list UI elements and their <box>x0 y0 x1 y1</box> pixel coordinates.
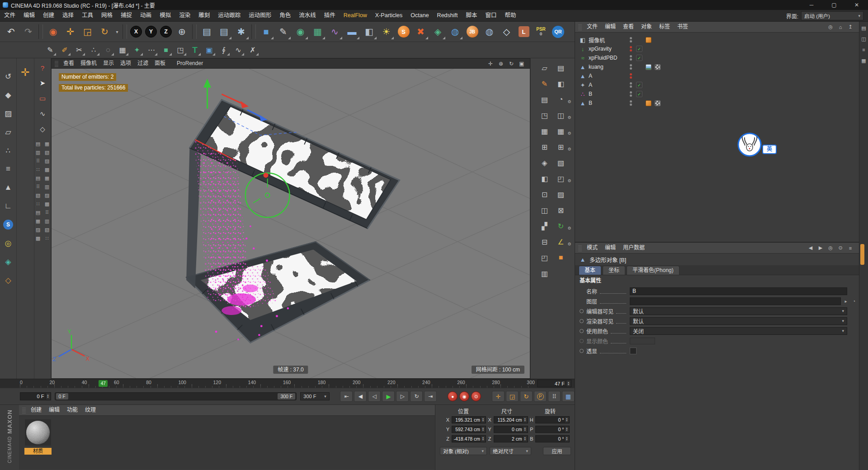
scale-tool-icon[interactable]: ◲ <box>79 23 96 40</box>
rectangle-select-icon[interactable]: ▭ <box>37 93 48 104</box>
goto-end-button[interactable]: ⇥ <box>424 391 437 402</box>
dock-half-icon[interactable]: ◧ <box>539 173 551 184</box>
layer-browse-icon[interactable]: ▸ <box>843 299 849 304</box>
range-start-handle[interactable]: 0 F <box>56 393 68 400</box>
mesh-tool-icon[interactable]: ⠿ <box>35 158 42 164</box>
menu-item[interactable]: 选择 <box>58 10 78 21</box>
enable-toggle[interactable]: ✓ <box>636 46 642 52</box>
attribute-menu-item[interactable]: 用户数据 <box>619 243 648 253</box>
generator-icon[interactable]: ▦ <box>309 23 326 40</box>
mesh-tool-icon[interactable]: ▧ <box>44 149 51 156</box>
mesh-tool-icon[interactable]: ▤ <box>35 209 42 216</box>
workplane-mode-icon[interactable]: ▱ <box>2 126 14 138</box>
dock-minus-icon[interactable]: ⊟ <box>539 236 551 248</box>
dock-diamond-icon[interactable]: ◈ <box>539 157 551 169</box>
mesh-tool-icon[interactable]: ▦ <box>44 141 51 147</box>
mesh-tool-icon[interactable]: ▨ <box>44 158 51 164</box>
menu-item[interactable]: RealFlow <box>340 10 371 21</box>
animation-dot[interactable] <box>580 309 584 313</box>
strip-grid-icon[interactable]: ▦ <box>860 57 868 64</box>
sculpt-brush-icon[interactable]: ✐ <box>58 43 71 56</box>
dock-corner-icon[interactable]: ◳ <box>539 109 551 121</box>
panel-grip[interactable] <box>55 61 58 67</box>
gear-icon[interactable]: ⚙ <box>567 179 571 183</box>
move-tool-icon[interactable]: ✛ <box>62 23 79 40</box>
deformer-icon[interactable]: ∿ <box>326 23 343 40</box>
menu-item[interactable]: 动画 <box>136 10 156 21</box>
octane-icon[interactable]: ◇ <box>498 23 515 40</box>
object-tag[interactable] <box>655 64 660 70</box>
object-name[interactable]: B <box>589 100 627 106</box>
name-field[interactable] <box>630 287 847 295</box>
rotation-field[interactable]: 0 °▲▼ <box>535 416 570 423</box>
previous-key-button[interactable]: ◀ <box>354 391 367 402</box>
mesh-tool-icon[interactable]: ▨ <box>44 192 51 199</box>
menu-item[interactable]: 渲染 <box>175 10 194 21</box>
interface-dropdown[interactable]: 启动 (用户)▾ <box>801 11 863 20</box>
visibility-dots[interactable] <box>628 64 633 70</box>
size-field[interactable]: 115.204 cm▲▼ <box>494 416 528 423</box>
render-picture-viewer-icon[interactable]: ▤ <box>216 23 232 40</box>
object-row[interactable]: ◧ 摄像机 <box>579 35 859 44</box>
mesh-tool-icon[interactable]: ∷ <box>35 166 42 173</box>
visibility-dots[interactable] <box>628 73 633 79</box>
size-field[interactable]: 2 cm▲▼ <box>494 435 528 442</box>
text-tool-icon[interactable]: T <box>188 43 202 56</box>
toolbar-separator[interactable] <box>192 24 197 39</box>
menu-item[interactable]: 网格 <box>97 10 117 21</box>
om-search-icon[interactable]: ◎ <box>826 24 835 31</box>
position-field[interactable]: 195.321 cm▲▼ <box>452 416 486 423</box>
material-menu-item[interactable]: 创建 <box>27 405 45 415</box>
layer-panel-tab[interactable] <box>860 244 864 265</box>
frame-range-slider[interactable]: 0 F 300 F <box>55 392 297 400</box>
toggle-view-icon[interactable]: ▣ <box>517 60 526 68</box>
add-cube-icon[interactable]: ■ <box>258 23 274 40</box>
mesh-tool-icon[interactable]: ▦ <box>35 218 42 225</box>
object-manager-menu-item[interactable]: 查看 <box>619 22 637 32</box>
toolbar-separator[interactable] <box>251 24 256 39</box>
xray-checkbox[interactable] <box>630 348 637 354</box>
dockb-grid-icon[interactable]: ▦ ⚙ <box>555 125 567 137</box>
cluster-icon[interactable]: ◌ <box>101 43 115 56</box>
dock-plus-icon[interactable]: ⊞ <box>539 141 551 153</box>
object-row[interactable]: ✦ A ✓ <box>579 80 859 89</box>
viewport-menu-item[interactable]: 查看 <box>60 59 77 68</box>
corner-tool-icon[interactable]: ◳ <box>174 43 187 56</box>
material-name[interactable]: 材质 <box>24 448 52 455</box>
close-button[interactable]: ✕ <box>845 0 868 10</box>
object-row[interactable]: ▲ kuang <box>579 62 859 71</box>
l-plugin-icon[interactable]: L <box>515 23 532 40</box>
dockb-window-icon[interactable]: ◫ ⚙ <box>555 109 567 121</box>
x-axis-lock-icon[interactable]: X <box>129 23 143 40</box>
menu-item[interactable]: 雕刻 <box>194 10 214 21</box>
menu-item[interactable]: 窗口 <box>481 10 500 21</box>
dots-icon[interactable]: ⋯ <box>145 43 158 56</box>
object-tag[interactable] <box>646 64 651 70</box>
object-name[interactable]: A <box>589 82 627 88</box>
use-color-select[interactable]: 关闭▾ <box>630 327 847 335</box>
polygon-select-icon[interactable]: ◇ <box>37 123 48 135</box>
gear-icon[interactable]: ⚙ <box>567 99 571 104</box>
enable-toggle[interactable]: ✓ <box>636 55 642 61</box>
sweep-icon[interactable]: ∿ <box>231 43 245 56</box>
attribute-tab[interactable]: 平滑着色(Phong) <box>627 266 679 275</box>
solo-mode-icon[interactable]: ◎ <box>2 237 14 249</box>
autokey-button[interactable]: ◉ <box>459 391 469 401</box>
menu-item[interactable]: 运动图形 <box>245 10 275 21</box>
dock-rows-icon[interactable]: ▥ <box>539 268 551 279</box>
quantize-icon[interactable]: ◇ <box>2 274 14 287</box>
enable-toggle[interactable]: ✓ <box>636 91 642 97</box>
rotate-tool-icon[interactable]: ↻ <box>96 23 113 40</box>
om-up-icon[interactable]: ↥ <box>846 24 854 31</box>
menu-item[interactable]: 帮助 <box>501 10 520 21</box>
workplane-cube-icon[interactable]: ■ <box>555 252 567 263</box>
axis-mode-icon[interactable]: ∟ <box>2 200 14 212</box>
object-tag[interactable] <box>646 37 651 43</box>
editor-visibility-select[interactable]: 默认▾ <box>630 307 847 315</box>
timeline-window-button[interactable]: ▦ <box>562 391 575 402</box>
array-icon[interactable]: ▦ <box>116 43 129 56</box>
range-dropdown[interactable]: 300 F▾ <box>300 392 329 400</box>
strip-window-icon[interactable]: ◫ <box>860 35 868 42</box>
globe-plugin-icon[interactable]: ◍ <box>481 23 498 40</box>
mograph-icon[interactable]: ◈ <box>429 23 446 40</box>
